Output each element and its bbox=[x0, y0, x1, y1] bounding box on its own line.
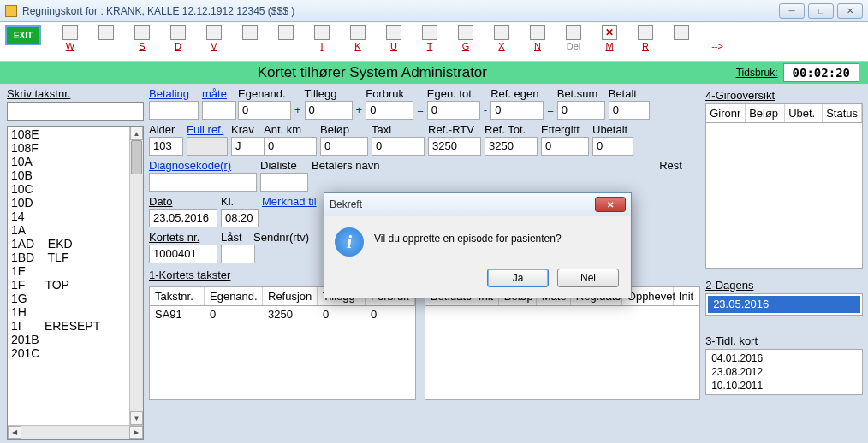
toolbar-k[interactable]: K bbox=[348, 25, 368, 51]
equals-icon: = bbox=[417, 103, 424, 120]
betaling-label[interactable]: Betaling bbox=[149, 87, 199, 100]
toolbar-w[interactable]: W bbox=[60, 25, 80, 51]
reftot-field: 3250 bbox=[485, 137, 538, 156]
ettergitt-field[interactable]: 0 bbox=[541, 137, 589, 156]
list-item[interactable]: 1BD TLF bbox=[9, 251, 141, 264]
tidl-item[interactable]: 23.08.2012 bbox=[711, 365, 857, 379]
money-icon bbox=[458, 25, 473, 40]
scroll-thumb[interactable] bbox=[131, 140, 142, 174]
money-icon bbox=[494, 25, 509, 40]
dagens-item[interactable]: 23.05.2016 bbox=[708, 296, 860, 313]
tidl-item[interactable]: 04.01.2016 bbox=[711, 351, 857, 365]
list-item[interactable]: 1F TOP bbox=[9, 278, 141, 292]
taxi-field[interactable]: 0 bbox=[372, 137, 425, 156]
toolbar-s[interactable]: S bbox=[132, 25, 152, 51]
maximize-button[interactable]: □ bbox=[808, 3, 834, 19]
toolbar-u[interactable]: U bbox=[383, 25, 404, 51]
toolbar-del[interactable]: Del bbox=[563, 25, 584, 51]
list-scrollbar-vertical[interactable]: ▲ ▼ bbox=[129, 127, 143, 425]
toolbar-v[interactable]: V bbox=[204, 25, 224, 51]
table-row[interactable]: SA91 0 3250 0 0 bbox=[150, 306, 415, 322]
dialog-close-button[interactable]: ✕ bbox=[595, 197, 626, 212]
takstnr-input[interactable] bbox=[7, 102, 144, 121]
scroll-down-icon[interactable]: ▼ bbox=[130, 411, 143, 425]
list-item[interactable]: 1A bbox=[9, 223, 141, 237]
toolbar-t[interactable]: T bbox=[419, 25, 440, 51]
toolbar-g[interactable]: G bbox=[455, 25, 476, 51]
toolbar-d[interactable]: D bbox=[168, 25, 188, 51]
list-item[interactable]: 10B bbox=[9, 168, 141, 182]
list-item[interactable]: 1G bbox=[9, 292, 141, 305]
list-item[interactable]: 10C bbox=[9, 182, 141, 196]
scroll-up-icon[interactable]: ▲ bbox=[130, 127, 143, 140]
window-title: Regningskort for : KRANK, KALLE 12.12.19… bbox=[22, 5, 294, 17]
tillegg-field[interactable]: 0 bbox=[305, 101, 353, 120]
toolbar-slots[interactable] bbox=[671, 25, 692, 41]
scroll-right-icon[interactable]: ▶ bbox=[129, 426, 143, 439]
betsum-field[interactable]: 0 bbox=[557, 101, 605, 120]
list-item[interactable]: 14 bbox=[9, 210, 141, 223]
list-item[interactable]: 1I ERESEPT bbox=[9, 319, 141, 333]
toolbar-print2[interactable] bbox=[276, 25, 296, 41]
takster-panel: Takstnr. Egenand. Refusjon Tillegg Forbr… bbox=[149, 286, 416, 400]
dialog-yes-button[interactable]: Ja bbox=[487, 269, 549, 287]
list-scrollbar-horizontal[interactable]: ◀ ▶ bbox=[8, 425, 143, 439]
last-label: Låst bbox=[221, 231, 250, 244]
kl-field[interactable]: 08:20 bbox=[221, 209, 259, 227]
dialiste-field[interactable] bbox=[260, 173, 308, 192]
list-item[interactable]: 1AD EKD bbox=[9, 237, 141, 251]
tidl-item[interactable]: 10.10.2011 bbox=[711, 379, 857, 393]
list-item[interactable]: 201C bbox=[9, 346, 141, 360]
forbruk-field[interactable]: 0 bbox=[366, 101, 413, 120]
toolbar-blank1[interactable] bbox=[96, 25, 116, 41]
dialog-titlebar: Bekreft ✕ bbox=[324, 193, 631, 216]
belop-field[interactable]: 0 bbox=[320, 137, 368, 156]
giro-body[interactable] bbox=[705, 123, 863, 269]
list-item[interactable]: 10A bbox=[9, 155, 141, 168]
toolbar-arrow[interactable]: --> bbox=[707, 25, 728, 51]
list-item[interactable]: 10D bbox=[9, 196, 141, 210]
scroll-left-icon[interactable]: ◀ bbox=[8, 426, 21, 439]
toolbar-r[interactable]: R bbox=[635, 25, 656, 51]
dato-field[interactable]: 23.05.2016 bbox=[149, 209, 217, 227]
close-button[interactable]: ✕ bbox=[837, 3, 863, 19]
fullref-label[interactable]: Full ref. bbox=[187, 123, 228, 136]
egenand-field[interactable]: 0 bbox=[238, 101, 291, 120]
rest-label: Rest bbox=[659, 159, 700, 172]
fullref-field[interactable] bbox=[187, 137, 228, 156]
toolbar-print1[interactable] bbox=[240, 25, 260, 41]
mate-label[interactable]: måte bbox=[202, 87, 235, 100]
egenand-label: Egenand. bbox=[238, 87, 291, 100]
list-item[interactable]: 1E bbox=[9, 264, 141, 278]
dato-label: Dato bbox=[149, 195, 217, 208]
refegen-field[interactable]: 0 bbox=[490, 101, 544, 120]
diagnose-label[interactable]: Diagnosekode(r) bbox=[149, 159, 257, 172]
antkm-field[interactable]: 0 bbox=[264, 137, 317, 156]
betaling-field[interactable] bbox=[149, 101, 199, 120]
krav-label: Krav bbox=[231, 123, 260, 136]
betalinger-body[interactable] bbox=[425, 306, 700, 400]
toolbar-i[interactable]: I bbox=[312, 25, 332, 51]
toolbar-n[interactable]: N bbox=[527, 25, 548, 51]
takster-body[interactable]: SA91 0 3250 0 0 bbox=[149, 306, 416, 400]
list-item[interactable]: 108F bbox=[9, 141, 141, 155]
toolbar-m[interactable]: ✕M bbox=[599, 25, 620, 51]
refegen-label: Ref. egen bbox=[490, 87, 544, 100]
last-field[interactable] bbox=[221, 245, 255, 263]
mate-field[interactable] bbox=[202, 101, 236, 120]
krav-field[interactable]: J bbox=[231, 137, 265, 156]
merknad-label[interactable]: Merknad til bbox=[262, 195, 330, 208]
list-item[interactable]: 1H bbox=[9, 305, 141, 319]
minimize-button[interactable]: ─ bbox=[779, 3, 805, 19]
exit-button[interactable]: EXIT bbox=[5, 25, 41, 45]
takst-list[interactable]: 108E 108F 10A 10B 10C 10D 14 1A 1AD EKD … bbox=[7, 126, 144, 440]
app-icon bbox=[5, 5, 17, 17]
list-item[interactable]: 108E bbox=[9, 127, 141, 141]
list-item[interactable]: 201B bbox=[9, 333, 141, 346]
egentot-field[interactable]: 0 bbox=[427, 101, 480, 120]
betalt-field[interactable]: 0 bbox=[609, 101, 650, 120]
form-icon bbox=[422, 25, 437, 40]
dialog-no-button[interactable]: Nei bbox=[557, 269, 619, 287]
toolbar-x[interactable]: X bbox=[491, 25, 512, 51]
diagnose-field[interactable] bbox=[149, 173, 257, 192]
